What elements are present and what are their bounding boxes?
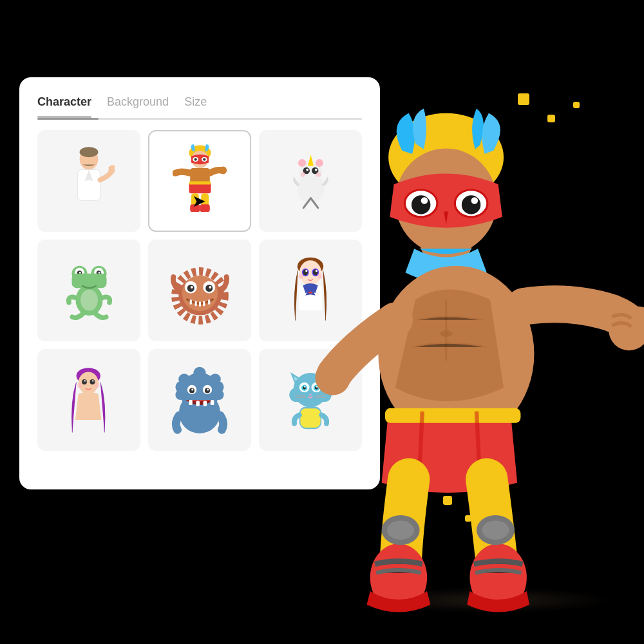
svg-point-115: [421, 197, 428, 204]
char-cell-wrestler[interactable]: ➤: [148, 130, 251, 232]
wrestler-main-svg: [296, 103, 644, 618]
svg-point-64: [84, 380, 86, 381]
svg-point-48: [209, 285, 211, 288]
tab-background[interactable]: Background: [107, 95, 169, 113]
svg-rect-16: [190, 204, 200, 212]
scene: Character Background Size: [0, 0, 644, 644]
svg-point-116: [471, 197, 478, 204]
blue-monster-svg: [171, 358, 228, 442]
svg-point-61: [79, 372, 99, 393]
svg-point-65: [92, 380, 93, 381]
tab-size[interactable]: Size: [184, 95, 207, 113]
char-cell-frog[interactable]: [37, 240, 140, 341]
svg-point-39: [80, 290, 98, 311]
svg-point-47: [190, 285, 193, 288]
crab-svg: [169, 257, 231, 325]
svg-point-75: [209, 374, 221, 385]
svg-point-73: [214, 390, 224, 400]
svg-point-127: [482, 520, 509, 539]
svg-point-37: [98, 272, 100, 274]
doctor-svg: [63, 142, 115, 220]
svg-point-76: [193, 367, 205, 379]
char-cell-crab[interactable]: [148, 240, 251, 341]
purple-girl-svg: [66, 358, 111, 442]
svg-point-74: [178, 374, 190, 385]
svg-point-114: [462, 195, 480, 214]
svg-point-113: [412, 195, 430, 214]
svg-point-120: [315, 360, 350, 395]
deco-dot-2: [547, 115, 555, 122]
char-cell-doctor[interactable]: [37, 130, 140, 232]
svg-rect-84: [196, 401, 200, 406]
svg-point-126: [387, 520, 414, 539]
svg-point-63: [90, 379, 95, 384]
svg-point-66: [77, 383, 82, 388]
svg-point-67: [95, 383, 100, 388]
svg-point-8: [194, 158, 196, 160]
char-cell-blue-monster[interactable]: [148, 349, 251, 451]
wrestler-small-svg: [173, 141, 227, 222]
svg-point-13: [219, 166, 227, 174]
frog-svg: [65, 255, 113, 326]
svg-point-1: [80, 147, 99, 157]
wrestler-character: [296, 103, 644, 618]
deco-dot-5: [465, 515, 471, 522]
svg-rect-17: [200, 204, 209, 212]
svg-point-72: [175, 390, 185, 400]
char-cell-purple-girl[interactable]: [37, 349, 140, 451]
svg-rect-12: [189, 181, 211, 184]
svg-point-82: [207, 388, 209, 390]
tab-character[interactable]: Character: [37, 95, 91, 113]
deco-dot-1: [518, 93, 529, 105]
deco-dot-4: [443, 496, 452, 505]
svg-rect-85: [204, 401, 207, 406]
svg-point-45: [187, 285, 194, 292]
svg-rect-121: [385, 408, 521, 423]
svg-point-46: [205, 285, 213, 292]
svg-rect-83: [189, 400, 193, 405]
svg-point-36: [79, 272, 80, 274]
svg-point-81: [191, 388, 193, 390]
deco-dot-3: [573, 102, 580, 108]
svg-rect-38: [71, 274, 106, 289]
svg-point-62: [82, 379, 87, 384]
svg-rect-86: [211, 400, 214, 405]
tab-bar-fill: [37, 118, 99, 120]
svg-point-9: [203, 158, 205, 160]
